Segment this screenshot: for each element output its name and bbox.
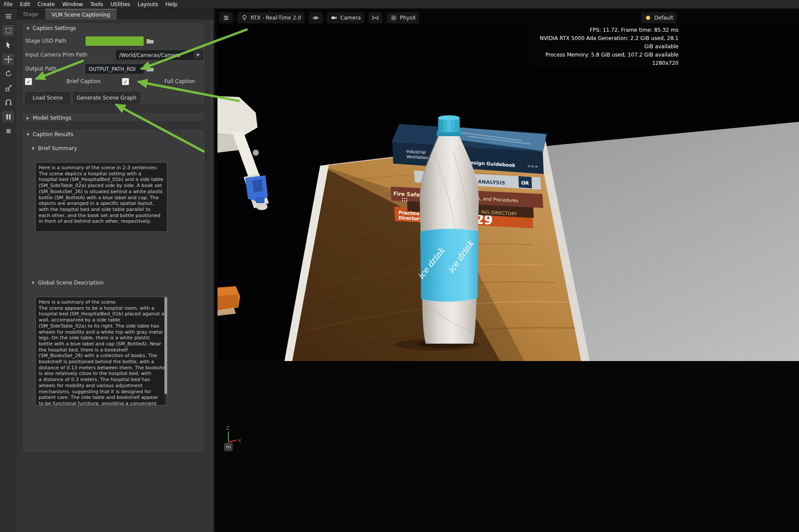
menu-help[interactable]: Help xyxy=(165,1,177,7)
renderer-button[interactable]: RTX - Real-Time 2.0 xyxy=(237,12,305,24)
pause-button[interactable] xyxy=(2,110,15,123)
scale-icon xyxy=(4,84,13,92)
stats-memory: Process Memory: 5.8 GiB used, 107.2 GiB … xyxy=(532,51,679,59)
default-light-button[interactable]: Default xyxy=(641,12,677,24)
input-camera-prim-path-value: /World/Cameras/Camera xyxy=(117,52,193,58)
brief-summary-header[interactable]: ▼ Brief Summary xyxy=(32,145,77,151)
unit-chip[interactable]: m xyxy=(224,443,233,451)
select-mode-button[interactable] xyxy=(2,24,15,37)
collapse-open-icon: ▼ xyxy=(32,147,34,151)
stage-usd-path-label: Stage USD Path xyxy=(25,37,66,46)
lightbulb-icon xyxy=(241,14,248,21)
folder-icon xyxy=(146,66,154,72)
description-scrollbar[interactable] xyxy=(164,297,167,405)
caption-results-header[interactable]: ▼ Caption Results xyxy=(22,129,205,140)
viewport-toolbar: RTX - Real-Time 2.0 Camera xyxy=(219,12,420,24)
camera-button[interactable]: Camera xyxy=(327,12,364,24)
pause-icon xyxy=(4,113,13,121)
brief-caption-checkbox[interactable]: ✓ xyxy=(25,78,32,85)
scale-tool-button[interactable] xyxy=(2,82,15,94)
load-scene-button[interactable]: Load Scene xyxy=(25,92,70,104)
check-icon: ✓ xyxy=(123,79,127,84)
input-camera-prim-path-label: Input Camera Prim Path xyxy=(25,50,87,60)
gear-icon xyxy=(390,14,397,21)
brief-summary-text[interactable]: Here is a summary of the scene in 2-3 se… xyxy=(35,162,167,232)
physx-button[interactable]: PhysX xyxy=(386,12,419,24)
generate-scene-graph-button[interactable]: Generate Scene Graph xyxy=(74,92,140,104)
stop-button[interactable] xyxy=(2,125,15,137)
rotate-tool-button[interactable] xyxy=(2,67,15,80)
tab-vlm-scene-captioning[interactable]: VLM Scene Captioning xyxy=(45,9,117,20)
global-scene-description-text[interactable]: Here is a summary of the scene: The scen… xyxy=(35,297,167,405)
output-path-input[interactable]: OUTPUT_PATH_ROI xyxy=(86,64,144,74)
collapse-open-icon: ▼ xyxy=(32,281,34,285)
unit-label: m xyxy=(226,444,231,450)
menu-create[interactable]: Create xyxy=(37,1,55,7)
chevron-down-icon[interactable]: ▼ xyxy=(193,51,203,59)
caption-results-section: ▼ Caption Results ▼ Brief Summary Here i… xyxy=(22,129,205,452)
menu-layouts[interactable]: Layouts xyxy=(137,1,158,7)
brief-summary-title: Brief Summary xyxy=(38,145,77,151)
sliders-icon xyxy=(223,14,230,21)
book-text: >>> xyxy=(527,164,538,169)
caption-settings-section: ▼ Caption Settings Stage USD Path Input … xyxy=(22,23,205,105)
hamburger-icon xyxy=(4,12,13,20)
brief-caption-label: Brief Caption xyxy=(67,78,100,85)
input-camera-prim-path-select[interactable]: /World/Cameras/Camera ▼ xyxy=(116,50,203,60)
menu-bar: File Edit Create Window Tools Utilities … xyxy=(0,0,799,9)
menu-utilities[interactable]: Utilities xyxy=(110,1,130,7)
output-path-browse-button[interactable] xyxy=(146,66,154,72)
caption-settings-header[interactable]: ▼ Caption Settings xyxy=(22,23,205,33)
menu-file[interactable]: File xyxy=(4,1,13,7)
model-settings-section: ▶ Model Settings xyxy=(22,112,205,122)
lamp-icon xyxy=(645,14,652,21)
snap-icon xyxy=(4,98,13,107)
panel-scrollbar[interactable] xyxy=(211,20,213,531)
stop-icon xyxy=(4,127,13,135)
rotate-icon xyxy=(4,70,13,78)
cursor-icon xyxy=(4,41,13,49)
global-scene-description-header[interactable]: ▼ Global Scene Description xyxy=(32,280,104,286)
stage-usd-path-browse-button[interactable] xyxy=(146,38,154,44)
model-settings-header[interactable]: ▶ Model Settings xyxy=(22,113,205,123)
book-text: OR xyxy=(521,180,529,186)
caption-settings-title: Caption Settings xyxy=(33,25,76,31)
audio-button[interactable] xyxy=(368,12,383,24)
performance-stats: FPS: 11.72, Frame time: 85.32 ms NVIDIA … xyxy=(530,24,681,69)
collapse-open-icon: ▼ xyxy=(27,27,29,30)
full-caption-label: Full Caption xyxy=(164,78,195,85)
menu-edit[interactable]: Edit xyxy=(20,1,30,7)
scrollbar-thumb[interactable] xyxy=(164,297,167,394)
bottle-cap xyxy=(437,115,461,136)
stats-resolution: 1280x720 xyxy=(532,59,679,67)
physx-label: PhysX xyxy=(400,15,415,21)
viewport-render[interactable]: Practice Directory 29 ING DIRECTORY Fire… xyxy=(217,24,799,361)
renderer-label: RTX - Real-Time 2.0 xyxy=(251,15,301,21)
select-mode-icon xyxy=(4,27,13,35)
select-tool-button[interactable] xyxy=(2,39,15,51)
full-caption-checkbox[interactable]: ✓ xyxy=(122,78,129,85)
default-light-label: Default xyxy=(654,15,673,21)
collapse-open-icon: ▼ xyxy=(27,133,29,137)
output-path-label: Output Path xyxy=(25,64,57,74)
move-tool-button[interactable] xyxy=(2,53,15,66)
viewport: Practice Directory 29 ING DIRECTORY Fire… xyxy=(215,9,799,532)
visibility-button[interactable] xyxy=(308,12,323,24)
menu-tools[interactable]: Tools xyxy=(90,1,104,7)
panel-body: ▼ Caption Settings Stage USD Path Input … xyxy=(17,20,213,532)
menu-window[interactable]: Window xyxy=(62,1,83,7)
check-icon: ✓ xyxy=(26,79,30,84)
model-settings-title: Model Settings xyxy=(33,115,71,121)
snap-tool-button[interactable] xyxy=(2,96,15,109)
stage-usd-path-input[interactable] xyxy=(86,37,144,46)
viewport-settings-button[interactable] xyxy=(219,12,234,24)
stats-fps: FPS: 11.72, Frame time: 85.32 ms xyxy=(532,26,679,34)
application-window: File Edit Create Window Tools Utilities … xyxy=(0,0,799,532)
eye-icon xyxy=(312,14,319,21)
move-icon xyxy=(4,55,13,64)
stats-gpu: NVIDIA RTX 5000 Ada Generation: 2.2 GiB … xyxy=(532,34,679,51)
caption-results-title: Caption Results xyxy=(33,131,73,137)
speaker-waves-icon xyxy=(372,14,379,21)
toolbar-menu-button[interactable] xyxy=(2,10,15,23)
tab-stage[interactable]: Stage xyxy=(17,9,45,20)
